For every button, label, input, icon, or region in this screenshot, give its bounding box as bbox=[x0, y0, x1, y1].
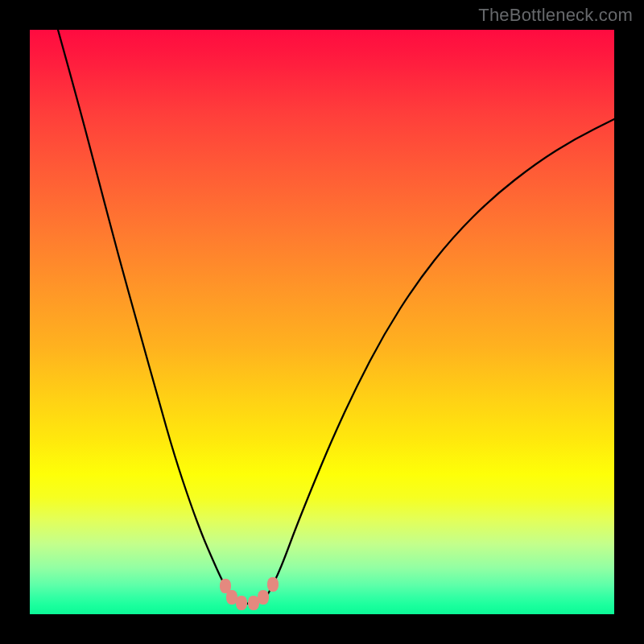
well-marker bbox=[226, 590, 237, 605]
bottleneck-curve bbox=[58, 30, 614, 604]
well-marker bbox=[236, 596, 247, 610]
well-marker bbox=[248, 596, 259, 610]
well-markers bbox=[220, 577, 279, 610]
curve-svg bbox=[30, 30, 614, 614]
watermark-text: TheBottleneck.com bbox=[478, 5, 633, 26]
well-marker bbox=[267, 577, 279, 592]
well-marker bbox=[258, 590, 269, 605]
chart-frame: TheBottleneck.com bbox=[0, 0, 644, 644]
plot-area bbox=[30, 30, 614, 614]
